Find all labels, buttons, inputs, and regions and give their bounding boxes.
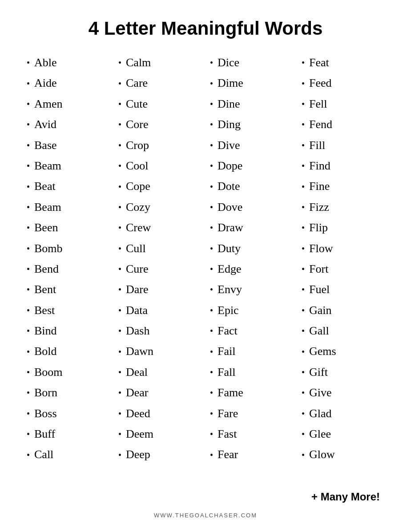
bullet-icon: • — [302, 139, 305, 152]
list-item: •Call — [27, 444, 109, 465]
list-item: •Fizz — [302, 197, 384, 218]
list-item: •Fort — [302, 259, 384, 279]
bullet-icon: • — [210, 201, 213, 214]
bullet-icon: • — [118, 222, 121, 234]
bullet-icon: • — [27, 304, 30, 317]
list-item: •Bold — [27, 341, 109, 362]
word-text: Fact — [218, 323, 238, 339]
word-text: Buff — [34, 426, 55, 442]
bullet-icon: • — [210, 98, 213, 110]
bullet-icon: • — [302, 366, 305, 379]
list-item: •Avid — [27, 114, 109, 135]
word-text: Fend — [309, 117, 332, 133]
bullet-icon: • — [27, 222, 30, 234]
list-item: •Flow — [302, 238, 384, 259]
bullet-icon: • — [210, 160, 213, 172]
word-text: Boss — [34, 406, 57, 422]
list-item: •Fear — [210, 444, 293, 465]
word-text: Boom — [34, 364, 63, 380]
list-item: •Dice — [210, 52, 293, 73]
word-text: Cure — [126, 261, 149, 277]
list-item: •Fast — [210, 424, 293, 444]
bullet-icon: • — [27, 98, 30, 110]
list-item: •Calm — [118, 52, 201, 73]
list-item: •Feat — [302, 52, 384, 73]
list-item: •Dive — [210, 135, 293, 156]
word-text: Deem — [126, 426, 153, 442]
bullet-icon: • — [210, 366, 213, 379]
bullet-icon: • — [210, 304, 213, 317]
word-text: Cool — [126, 158, 149, 174]
bullet-icon: • — [302, 201, 305, 214]
list-item: •Bent — [27, 279, 109, 300]
word-text: Fear — [218, 447, 238, 463]
list-item: •Crew — [118, 218, 201, 238]
bullet-icon: • — [210, 387, 213, 399]
list-item: •Fail — [210, 341, 293, 362]
word-text: Dear — [126, 385, 149, 401]
bullet-icon: • — [27, 263, 30, 275]
bullet-icon: • — [118, 181, 121, 193]
bullet-icon: • — [27, 56, 30, 69]
list-item: •Born — [27, 383, 109, 403]
word-text: Crop — [126, 137, 149, 153]
list-item: •Cozy — [118, 197, 201, 218]
word-text: Been — [34, 220, 58, 236]
bullet-icon: • — [118, 428, 121, 440]
bullet-icon: • — [27, 160, 30, 172]
bullet-icon: • — [302, 77, 305, 90]
bullet-icon: • — [210, 428, 213, 440]
word-text: Deed — [126, 406, 150, 422]
bullet-icon: • — [302, 387, 305, 399]
bullet-icon: • — [302, 222, 305, 234]
bullet-icon: • — [118, 346, 121, 358]
list-item: •Glad — [302, 403, 384, 424]
bullet-icon: • — [27, 242, 30, 255]
list-item: •Feed — [302, 73, 384, 93]
word-text: Beat — [34, 178, 56, 194]
bullet-icon: • — [118, 263, 121, 275]
word-text: Feed — [309, 75, 332, 91]
list-item: •Fine — [302, 176, 384, 197]
list-item: •Dare — [118, 279, 201, 300]
word-text: Cute — [126, 96, 148, 112]
bullet-icon: • — [27, 325, 30, 337]
list-item: •Cope — [118, 176, 201, 197]
list-item: •Deep — [118, 444, 201, 465]
bullet-icon: • — [302, 181, 305, 193]
word-text: Amen — [34, 96, 63, 112]
bullet-icon: • — [302, 428, 305, 440]
bullet-icon: • — [210, 118, 213, 131]
bullet-icon: • — [118, 325, 121, 337]
word-text: Base — [34, 137, 57, 153]
word-text: Duty — [218, 241, 241, 257]
word-text: Dare — [126, 282, 149, 298]
bullet-icon: • — [118, 304, 121, 317]
list-item: •Glow — [302, 444, 384, 465]
many-more-label: + Many More! — [22, 491, 389, 503]
word-text: Fall — [218, 364, 235, 380]
word-text: Cozy — [126, 199, 150, 215]
list-item: •Beam — [27, 156, 109, 176]
list-item: •Bomb — [27, 238, 109, 259]
word-text: Fast — [218, 426, 237, 442]
word-text: Bind — [34, 323, 57, 339]
list-item: •Gain — [302, 300, 384, 321]
word-text: Dote — [218, 178, 240, 194]
bullet-icon: • — [302, 407, 305, 420]
word-text: Fail — [218, 343, 235, 359]
list-item: •Amen — [27, 94, 109, 114]
word-text: Fill — [309, 137, 325, 153]
bullet-icon: • — [118, 77, 121, 90]
bullet-icon: • — [210, 325, 213, 337]
bullet-icon: • — [27, 181, 30, 193]
list-item: •Ding — [210, 114, 293, 135]
bullet-icon: • — [210, 181, 213, 193]
list-item: •Fare — [210, 403, 293, 424]
bullet-icon: • — [210, 56, 213, 69]
word-text: Born — [34, 385, 57, 401]
word-text: Deal — [126, 364, 148, 380]
bullet-icon: • — [302, 118, 305, 131]
list-item: •Gall — [302, 321, 384, 341]
list-item: •Bind — [27, 321, 109, 341]
